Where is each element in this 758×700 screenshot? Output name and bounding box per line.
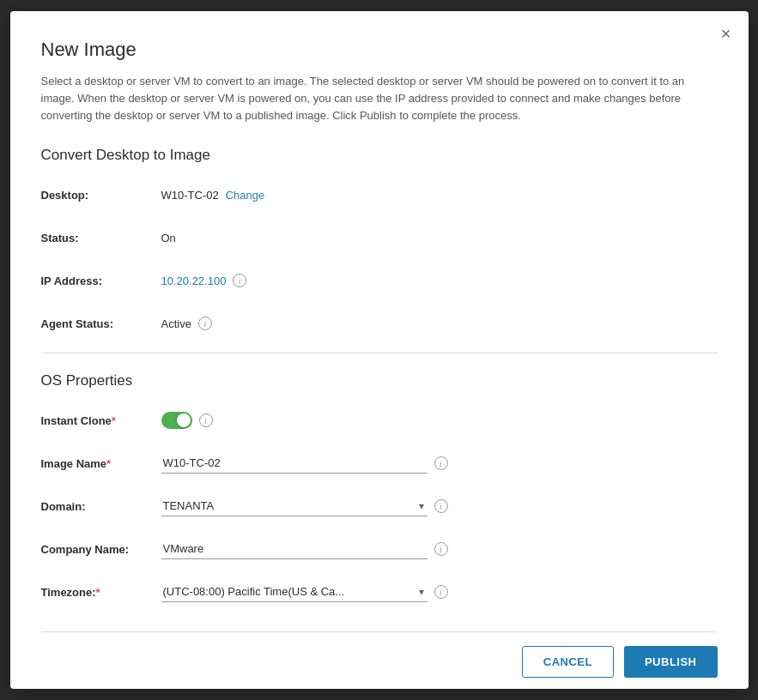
status-label: Status:	[41, 232, 161, 244]
status-row: Status: On	[41, 224, 718, 251]
desktop-name: W10-TC-02	[161, 189, 219, 202]
domain-label: Domain:	[41, 500, 161, 513]
modal-footer: CANCEL PUBLISH	[41, 631, 718, 678]
instant-clone-info-icon[interactable]: i	[199, 413, 213, 427]
instant-clone-value: i	[161, 412, 213, 429]
section1-title: Convert Desktop to Image	[41, 147, 718, 164]
modal-description: Select a desktop or server VM to convert…	[41, 73, 718, 124]
instant-clone-label: Instant Clone*	[41, 414, 161, 427]
section-divider	[41, 353, 718, 353]
timezone-row: Timezone:* (UTC-08:00) Pacific Time(US &…	[41, 578, 718, 606]
agent-status-row: Agent Status: Active i	[41, 310, 718, 337]
agent-value: Active i	[161, 317, 212, 330]
image-name-label: Image Name*	[41, 457, 161, 470]
cancel-button[interactable]: CANCEL	[522, 646, 614, 678]
desktop-change-link[interactable]: Change	[226, 189, 265, 202]
image-name-field-wrapper: i	[161, 453, 448, 474]
modal-title: New Image	[41, 39, 718, 61]
modal-overlay: × New Image Select a desktop or server V…	[0, 0, 758, 700]
image-name-row: Image Name* i	[41, 450, 718, 477]
publish-button[interactable]: PUBLISH	[624, 646, 718, 678]
close-button[interactable]: ×	[721, 25, 731, 42]
status-value: On	[161, 232, 176, 244]
image-name-input[interactable]	[161, 453, 428, 474]
domain-select-wrapper: TENANTA TENANTB ▾	[161, 496, 428, 516]
timezone-label: Timezone:*	[41, 586, 161, 599]
domain-select[interactable]: TENANTA TENANTB	[161, 496, 428, 516]
section2-title: OS Properties	[41, 372, 718, 389]
ip-label: IP Address:	[41, 275, 161, 287]
os-section: OS Properties Instant Clone* i Image Nam…	[41, 372, 718, 606]
domain-field-wrapper: TENANTA TENANTB ▾ i	[161, 496, 448, 516]
company-field-wrapper: i	[161, 539, 448, 559]
required-marker2: *	[106, 457, 111, 470]
required-marker3: *	[96, 586, 100, 599]
company-name-row: Company Name: i	[41, 535, 718, 563]
toggle-knob	[177, 413, 191, 427]
domain-row: Domain: TENANTA TENANTB ▾ i	[41, 492, 718, 520]
ip-row: IP Address: 10.20.22.100 i	[41, 267, 718, 294]
company-info-icon[interactable]: i	[434, 542, 448, 556]
timezone-select[interactable]: (UTC-08:00) Pacific Time(US & Ca...	[161, 582, 428, 602]
desktop-label: Desktop:	[41, 189, 161, 202]
desktop-row: Desktop: W10-TC-02 Change	[41, 181, 718, 208]
desktop-value: W10-TC-02 Change	[161, 189, 265, 202]
timezone-select-wrapper: (UTC-08:00) Pacific Time(US & Ca... ▾	[161, 582, 428, 602]
image-name-info-icon[interactable]: i	[434, 456, 448, 470]
agent-status-text: Active	[161, 317, 191, 330]
agent-label: Agent Status:	[41, 317, 161, 330]
ip-address[interactable]: 10.20.22.100	[161, 275, 227, 287]
domain-info-icon[interactable]: i	[434, 499, 448, 513]
company-label: Company Name:	[41, 543, 161, 556]
instant-clone-toggle[interactable]	[161, 412, 192, 429]
ip-value: 10.20.22.100 i	[161, 274, 247, 287]
company-name-input[interactable]	[161, 539, 428, 559]
instant-clone-row: Instant Clone* i	[41, 407, 718, 434]
modal-dialog: × New Image Select a desktop or server V…	[10, 11, 749, 689]
timezone-info-icon[interactable]: i	[434, 585, 448, 599]
agent-info-icon[interactable]: i	[198, 317, 212, 330]
status-text: On	[161, 232, 176, 244]
required-marker: *	[112, 414, 116, 427]
ip-info-icon[interactable]: i	[233, 274, 246, 287]
timezone-field-wrapper: (UTC-08:00) Pacific Time(US & Ca... ▾ i	[161, 582, 448, 602]
